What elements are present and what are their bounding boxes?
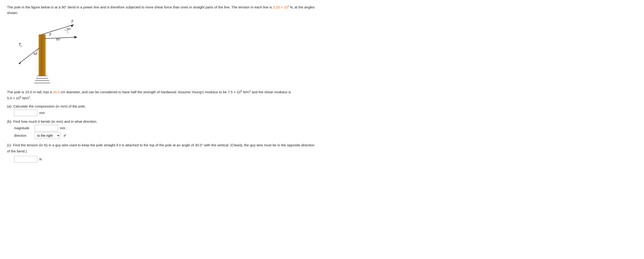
svg-text:T⃗: T⃗ [71, 20, 74, 24]
problem-intro: The pole in the figure below is at a 90°… [7, 4, 315, 16]
part-b-magnitude-row: magnitude mm [14, 125, 315, 131]
part-b-text: Find how much it bends (in mm) and in wh… [13, 119, 97, 123]
problem-description: The pole is 15.0 m tall, has a 20.0 cm d… [7, 89, 315, 101]
part-a-text: Calculate the compression (in mm) of the… [13, 104, 86, 108]
magnitude-label: magnitude [14, 126, 33, 130]
svg-line-9 [19, 48, 39, 64]
part-c-input[interactable] [14, 156, 38, 162]
svg-text:30°: 30° [33, 52, 38, 56]
part-a-input[interactable] [14, 110, 38, 116]
part-c-input-row: N [14, 156, 315, 162]
svg-line-7 [44, 37, 77, 38]
diameter-value: 20.0 [53, 90, 60, 94]
svg-text:T⃗s: T⃗s [18, 42, 22, 47]
part-c-text: Find the tension (in N) in a guy wire us… [7, 143, 314, 153]
direction-select[interactable]: to the right to the left upward downward [35, 132, 60, 139]
figure-diagram: T⃗ T⃗ T⃗s 90° 80° 30° [16, 18, 82, 86]
part-c-label-block: (c) Find the tension (in N) in a guy wir… [7, 142, 315, 154]
part-a-input-row: mm [14, 110, 315, 116]
part-b-unit: mm [60, 126, 65, 130]
part-a-unit: mm [39, 111, 45, 115]
svg-rect-4 [38, 34, 46, 76]
desc-part1: The pole is 15.0 m tall, has a [7, 90, 53, 94]
svg-marker-10 [19, 61, 22, 64]
svg-marker-6 [71, 24, 74, 27]
svg-text:90°: 90° [67, 27, 71, 31]
part-b-direction-row: direction to the right to the left upwar… [14, 132, 315, 139]
part-b-label: (b) Find how much it bends (in mm) and i… [7, 119, 315, 123]
svg-text:T⃗: T⃗ [49, 33, 52, 37]
svg-marker-8 [74, 36, 77, 38]
check-icon: ✔ [63, 133, 67, 138]
desc-part2: cm diameter, and can be considered to ha… [60, 90, 240, 94]
svg-text:80°: 80° [56, 38, 61, 41]
tension-value: 3.20 × 104 [273, 5, 289, 9]
part-c-unit: N [39, 157, 42, 161]
part-a-label: (a) Calculate the compression (in mm) of… [7, 104, 315, 108]
intro-text: The pole in the figure below is at a 90°… [7, 5, 273, 9]
part-b-magnitude-input[interactable] [35, 125, 58, 131]
desc-part3: and the shear modulus is [251, 90, 291, 94]
direction-label: direction [14, 134, 33, 137]
